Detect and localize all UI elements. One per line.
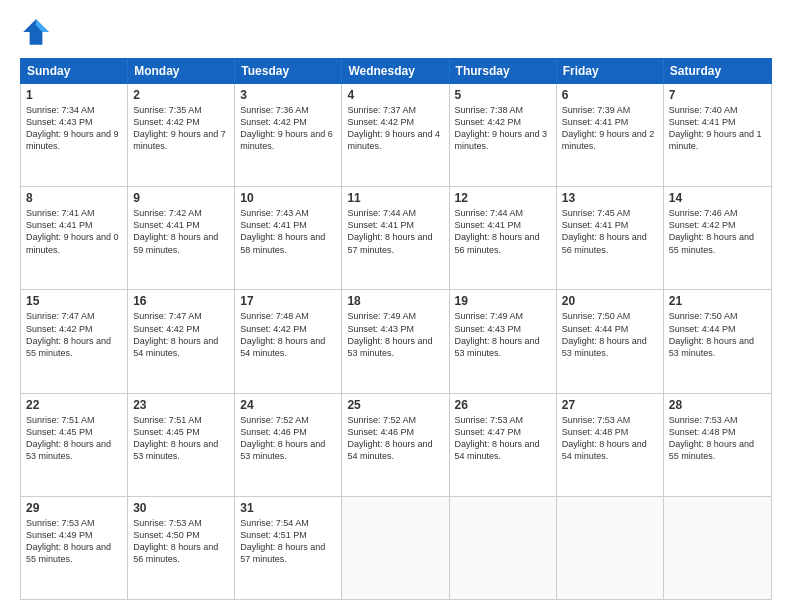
day-detail: Sunrise: 7:49 AMSunset: 4:43 PMDaylight:… — [347, 310, 443, 359]
day-number: 10 — [240, 191, 336, 205]
day-detail: Sunrise: 7:34 AMSunset: 4:43 PMDaylight:… — [26, 104, 122, 153]
day-number: 25 — [347, 398, 443, 412]
day-number: 13 — [562, 191, 658, 205]
day-detail: Sunrise: 7:44 AMSunset: 4:41 PMDaylight:… — [455, 207, 551, 256]
day-number: 18 — [347, 294, 443, 308]
logo-icon — [20, 16, 52, 48]
header-day-tuesday: Tuesday — [235, 59, 342, 83]
day-number: 28 — [669, 398, 766, 412]
cal-cell: 28Sunrise: 7:53 AMSunset: 4:48 PMDayligh… — [664, 394, 771, 496]
day-number: 12 — [455, 191, 551, 205]
cal-cell: 31Sunrise: 7:54 AMSunset: 4:51 PMDayligh… — [235, 497, 342, 599]
day-detail: Sunrise: 7:39 AMSunset: 4:41 PMDaylight:… — [562, 104, 658, 153]
day-detail: Sunrise: 7:40 AMSunset: 4:41 PMDaylight:… — [669, 104, 766, 153]
day-number: 24 — [240, 398, 336, 412]
week-row-3: 15Sunrise: 7:47 AMSunset: 4:42 PMDayligh… — [21, 290, 771, 393]
cal-cell: 3Sunrise: 7:36 AMSunset: 4:42 PMDaylight… — [235, 84, 342, 186]
calendar-header: SundayMondayTuesdayWednesdayThursdayFrid… — [20, 58, 772, 84]
day-detail: Sunrise: 7:50 AMSunset: 4:44 PMDaylight:… — [562, 310, 658, 359]
day-detail: Sunrise: 7:47 AMSunset: 4:42 PMDaylight:… — [26, 310, 122, 359]
cal-cell: 9Sunrise: 7:42 AMSunset: 4:41 PMDaylight… — [128, 187, 235, 289]
header-day-sunday: Sunday — [21, 59, 128, 83]
cal-cell: 16Sunrise: 7:47 AMSunset: 4:42 PMDayligh… — [128, 290, 235, 392]
day-number: 6 — [562, 88, 658, 102]
cal-cell: 8Sunrise: 7:41 AMSunset: 4:41 PMDaylight… — [21, 187, 128, 289]
day-number: 15 — [26, 294, 122, 308]
cal-cell: 17Sunrise: 7:48 AMSunset: 4:42 PMDayligh… — [235, 290, 342, 392]
day-number: 21 — [669, 294, 766, 308]
cal-cell: 19Sunrise: 7:49 AMSunset: 4:43 PMDayligh… — [450, 290, 557, 392]
cal-cell — [450, 497, 557, 599]
day-detail: Sunrise: 7:52 AMSunset: 4:46 PMDaylight:… — [347, 414, 443, 463]
cal-cell: 7Sunrise: 7:40 AMSunset: 4:41 PMDaylight… — [664, 84, 771, 186]
day-detail: Sunrise: 7:45 AMSunset: 4:41 PMDaylight:… — [562, 207, 658, 256]
header-day-wednesday: Wednesday — [342, 59, 449, 83]
day-number: 17 — [240, 294, 336, 308]
cal-cell: 27Sunrise: 7:53 AMSunset: 4:48 PMDayligh… — [557, 394, 664, 496]
day-detail: Sunrise: 7:53 AMSunset: 4:50 PMDaylight:… — [133, 517, 229, 566]
day-number: 23 — [133, 398, 229, 412]
cal-cell: 22Sunrise: 7:51 AMSunset: 4:45 PMDayligh… — [21, 394, 128, 496]
cal-cell — [664, 497, 771, 599]
day-detail: Sunrise: 7:51 AMSunset: 4:45 PMDaylight:… — [26, 414, 122, 463]
day-detail: Sunrise: 7:36 AMSunset: 4:42 PMDaylight:… — [240, 104, 336, 153]
day-detail: Sunrise: 7:53 AMSunset: 4:48 PMDaylight:… — [669, 414, 766, 463]
day-number: 3 — [240, 88, 336, 102]
day-detail: Sunrise: 7:48 AMSunset: 4:42 PMDaylight:… — [240, 310, 336, 359]
cal-cell: 4Sunrise: 7:37 AMSunset: 4:42 PMDaylight… — [342, 84, 449, 186]
day-detail: Sunrise: 7:47 AMSunset: 4:42 PMDaylight:… — [133, 310, 229, 359]
day-number: 2 — [133, 88, 229, 102]
cal-cell — [557, 497, 664, 599]
day-detail: Sunrise: 7:44 AMSunset: 4:41 PMDaylight:… — [347, 207, 443, 256]
day-number: 14 — [669, 191, 766, 205]
cal-cell: 11Sunrise: 7:44 AMSunset: 4:41 PMDayligh… — [342, 187, 449, 289]
week-row-5: 29Sunrise: 7:53 AMSunset: 4:49 PMDayligh… — [21, 497, 771, 599]
day-detail: Sunrise: 7:53 AMSunset: 4:48 PMDaylight:… — [562, 414, 658, 463]
day-detail: Sunrise: 7:37 AMSunset: 4:42 PMDaylight:… — [347, 104, 443, 153]
cal-cell: 13Sunrise: 7:45 AMSunset: 4:41 PMDayligh… — [557, 187, 664, 289]
cal-cell: 30Sunrise: 7:53 AMSunset: 4:50 PMDayligh… — [128, 497, 235, 599]
day-number: 9 — [133, 191, 229, 205]
day-detail: Sunrise: 7:46 AMSunset: 4:42 PMDaylight:… — [669, 207, 766, 256]
cal-cell: 29Sunrise: 7:53 AMSunset: 4:49 PMDayligh… — [21, 497, 128, 599]
calendar: SundayMondayTuesdayWednesdayThursdayFrid… — [20, 58, 772, 600]
header-day-saturday: Saturday — [664, 59, 771, 83]
cal-cell: 10Sunrise: 7:43 AMSunset: 4:41 PMDayligh… — [235, 187, 342, 289]
day-detail: Sunrise: 7:38 AMSunset: 4:42 PMDaylight:… — [455, 104, 551, 153]
day-detail: Sunrise: 7:53 AMSunset: 4:47 PMDaylight:… — [455, 414, 551, 463]
day-number: 5 — [455, 88, 551, 102]
cal-cell: 14Sunrise: 7:46 AMSunset: 4:42 PMDayligh… — [664, 187, 771, 289]
cal-cell: 24Sunrise: 7:52 AMSunset: 4:46 PMDayligh… — [235, 394, 342, 496]
cal-cell: 2Sunrise: 7:35 AMSunset: 4:42 PMDaylight… — [128, 84, 235, 186]
day-detail: Sunrise: 7:53 AMSunset: 4:49 PMDaylight:… — [26, 517, 122, 566]
day-number: 29 — [26, 501, 122, 515]
cal-cell: 26Sunrise: 7:53 AMSunset: 4:47 PMDayligh… — [450, 394, 557, 496]
header — [20, 16, 772, 48]
cal-cell: 5Sunrise: 7:38 AMSunset: 4:42 PMDaylight… — [450, 84, 557, 186]
header-day-friday: Friday — [557, 59, 664, 83]
day-number: 19 — [455, 294, 551, 308]
day-number: 7 — [669, 88, 766, 102]
cal-cell — [342, 497, 449, 599]
day-number: 1 — [26, 88, 122, 102]
day-detail: Sunrise: 7:52 AMSunset: 4:46 PMDaylight:… — [240, 414, 336, 463]
cal-cell: 18Sunrise: 7:49 AMSunset: 4:43 PMDayligh… — [342, 290, 449, 392]
day-detail: Sunrise: 7:43 AMSunset: 4:41 PMDaylight:… — [240, 207, 336, 256]
cal-cell: 15Sunrise: 7:47 AMSunset: 4:42 PMDayligh… — [21, 290, 128, 392]
header-day-thursday: Thursday — [450, 59, 557, 83]
day-detail: Sunrise: 7:41 AMSunset: 4:41 PMDaylight:… — [26, 207, 122, 256]
cal-cell: 12Sunrise: 7:44 AMSunset: 4:41 PMDayligh… — [450, 187, 557, 289]
day-detail: Sunrise: 7:51 AMSunset: 4:45 PMDaylight:… — [133, 414, 229, 463]
day-number: 22 — [26, 398, 122, 412]
cal-cell: 20Sunrise: 7:50 AMSunset: 4:44 PMDayligh… — [557, 290, 664, 392]
day-number: 30 — [133, 501, 229, 515]
day-detail: Sunrise: 7:42 AMSunset: 4:41 PMDaylight:… — [133, 207, 229, 256]
day-number: 27 — [562, 398, 658, 412]
day-detail: Sunrise: 7:50 AMSunset: 4:44 PMDaylight:… — [669, 310, 766, 359]
day-number: 26 — [455, 398, 551, 412]
calendar-body: 1Sunrise: 7:34 AMSunset: 4:43 PMDaylight… — [20, 84, 772, 600]
cal-cell: 23Sunrise: 7:51 AMSunset: 4:45 PMDayligh… — [128, 394, 235, 496]
day-detail: Sunrise: 7:35 AMSunset: 4:42 PMDaylight:… — [133, 104, 229, 153]
week-row-4: 22Sunrise: 7:51 AMSunset: 4:45 PMDayligh… — [21, 394, 771, 497]
day-number: 20 — [562, 294, 658, 308]
